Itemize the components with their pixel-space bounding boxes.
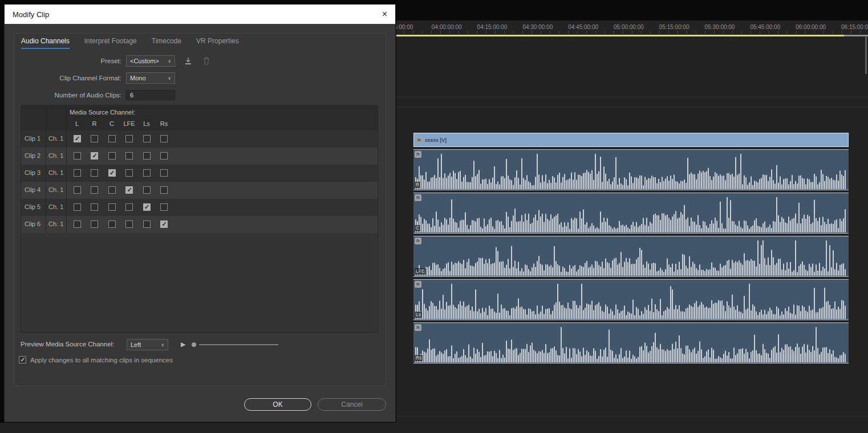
clip-channel-format-value: Mono: [130, 75, 146, 81]
ruler-timecode: 04:00:00:00: [432, 24, 462, 30]
preview-volume-knob[interactable]: [192, 342, 196, 347]
save-icon: [184, 57, 192, 65]
clip-channel-format-label: Clip Channel Format:: [14, 75, 121, 81]
channel-checkbox-lfe[interactable]: [125, 152, 133, 160]
channel-checkbox-r[interactable]: [91, 203, 98, 211]
channel-checkbox-rs[interactable]: [160, 135, 168, 142]
cancel-button[interactable]: Cancel: [318, 398, 386, 411]
channel-checkbox-c[interactable]: [108, 169, 116, 177]
preset-label: Preset:: [14, 58, 121, 64]
ruler-timecode: 05:00:00:00: [614, 24, 644, 30]
preview-volume-slider[interactable]: [199, 344, 278, 345]
audio-clip-rs[interactable]: fxRs: [413, 322, 849, 363]
audio-clip-c[interactable]: fxC: [413, 193, 849, 234]
chevron-down-icon: ∨: [161, 342, 164, 348]
audio-clip-r[interactable]: fxR: [413, 149, 849, 190]
channel-name: Ch. 1: [48, 186, 63, 193]
clip-channel-format-select[interactable]: Mono ∨: [126, 72, 175, 84]
channel-checkbox-c[interactable]: [108, 152, 116, 160]
delete-preset-button[interactable]: [201, 56, 212, 66]
number-of-audio-clips-row: Number of Audio Clips: 6: [14, 89, 175, 101]
tab-audio-channels[interactable]: Audio Channels: [21, 37, 70, 49]
play-icon[interactable]: ▶: [181, 341, 185, 348]
table-row: Clip 3Ch. 1: [21, 165, 378, 182]
fx-badge-icon: fx: [416, 137, 423, 144]
channel-checkbox-ls[interactable]: [143, 169, 151, 177]
channel-checkbox-rs[interactable]: [160, 220, 168, 228]
premiere-workspace: 3:45:00:0004:00:00:0004:15:00:0004:30:00…: [0, 0, 868, 433]
ruler-timecode: 05:15:00:00: [659, 24, 689, 30]
tab-timecode[interactable]: Timecode: [152, 37, 181, 49]
channel-checkbox-c[interactable]: [108, 186, 116, 194]
table-row: Clip 1Ch. 1: [21, 130, 378, 148]
audio-waveform: [414, 237, 847, 276]
channel-checkbox-l[interactable]: [74, 152, 81, 160]
channel-checkbox-rs[interactable]: [160, 169, 168, 177]
audio-waveform: [414, 280, 847, 319]
channel-checkbox-ls[interactable]: [143, 203, 151, 211]
channel-checkbox-c[interactable]: [108, 203, 116, 211]
ruler-timecode: 04:30:00:00: [522, 24, 553, 30]
channel-checkbox-ls[interactable]: [143, 186, 151, 194]
channel-checkbox-r[interactable]: [91, 152, 98, 160]
channel-checkbox-lfe[interactable]: [125, 220, 133, 228]
save-preset-button[interactable]: [183, 56, 193, 66]
channel-badge: Rs: [415, 355, 423, 361]
apply-changes-label: Apply changes to all matching clips in s…: [30, 357, 173, 363]
channel-checkbox-c[interactable]: [108, 135, 116, 142]
column-label-lfe: LFE: [123, 120, 135, 127]
preview-media-source-channel-label: Preview Media Source Channel:: [21, 341, 114, 348]
audio-clip-lfe[interactable]: fxLFE: [413, 236, 849, 277]
fx-badge-icon: fx: [415, 324, 421, 331]
ok-button[interactable]: OK: [244, 398, 311, 411]
channel-checkbox-l[interactable]: [74, 203, 81, 211]
table-row: Clip 2Ch. 1: [21, 148, 378, 165]
number-of-audio-clips-input[interactable]: 6: [126, 90, 175, 100]
preview-row: Preview Media Source Channel: Left ∨ ▶: [21, 339, 380, 350]
channel-checkbox-lfe[interactable]: [125, 203, 133, 211]
table-header: Media Source Channel: LRCLFELsRs: [21, 105, 378, 130]
channel-checkbox-ls[interactable]: [143, 152, 151, 160]
clip-name: Clip 1: [25, 135, 40, 142]
dialog-content-panel: Audio ChannelsInterpret FootageTimecodeV…: [14, 33, 386, 386]
apply-changes-checkbox[interactable]: [19, 356, 26, 363]
audio-clip-ls[interactable]: fxLs: [413, 279, 849, 320]
close-icon[interactable]: ×: [382, 10, 387, 19]
channel-checkbox-lfe[interactable]: [125, 135, 133, 142]
channel-name: Ch. 1: [48, 152, 63, 159]
channel-checkbox-lfe[interactable]: [125, 169, 133, 177]
chevron-down-icon: ∨: [168, 76, 171, 81]
ruler-timecode: 05:45:00:00: [750, 24, 780, 30]
channel-checkbox-c[interactable]: [108, 220, 116, 228]
media-source-channel-header: Media Source Channel:: [70, 109, 135, 116]
column-label-c: C: [109, 120, 114, 127]
fx-badge-icon: fx: [415, 194, 421, 201]
tab-interpret-footage[interactable]: Interpret Footage: [84, 37, 137, 49]
preset-row: Preset: <Custom> ∨: [14, 55, 212, 67]
channel-checkbox-r[interactable]: [91, 220, 98, 228]
channel-checkbox-rs[interactable]: [160, 203, 168, 211]
preset-value: <Custom>: [130, 58, 159, 64]
channel-checkbox-rs[interactable]: [160, 152, 168, 160]
preset-select[interactable]: <Custom> ∨: [126, 55, 175, 67]
channel-checkbox-l[interactable]: [74, 169, 81, 177]
channel-checkbox-l[interactable]: [74, 220, 81, 228]
timeline-scrollbar[interactable]: [865, 36, 867, 74]
channel-checkbox-r[interactable]: [91, 186, 98, 194]
channel-checkbox-lfe[interactable]: [125, 186, 133, 194]
channel-checkbox-r[interactable]: [91, 135, 98, 142]
tab-vr-properties[interactable]: VR Properties: [196, 37, 239, 49]
dialog-title-bar[interactable]: Modify Clip ×: [5, 5, 395, 24]
channel-checkbox-rs[interactable]: [160, 186, 168, 194]
channel-checkbox-r[interactable]: [91, 169, 98, 177]
channel-name: Ch. 1: [48, 169, 63, 176]
channel-checkbox-ls[interactable]: [143, 220, 151, 228]
table-row: Clip 4Ch. 1: [21, 182, 378, 199]
audio-waveform: [414, 194, 847, 232]
channel-checkbox-ls[interactable]: [143, 135, 151, 142]
preview-channel-select[interactable]: Left ∨: [127, 339, 168, 350]
column-label-ls: Ls: [143, 120, 150, 127]
channel-checkbox-l[interactable]: [74, 135, 81, 142]
channel-checkbox-l[interactable]: [74, 186, 81, 194]
video-clip[interactable]: fx xxxxx [V]: [413, 133, 849, 147]
